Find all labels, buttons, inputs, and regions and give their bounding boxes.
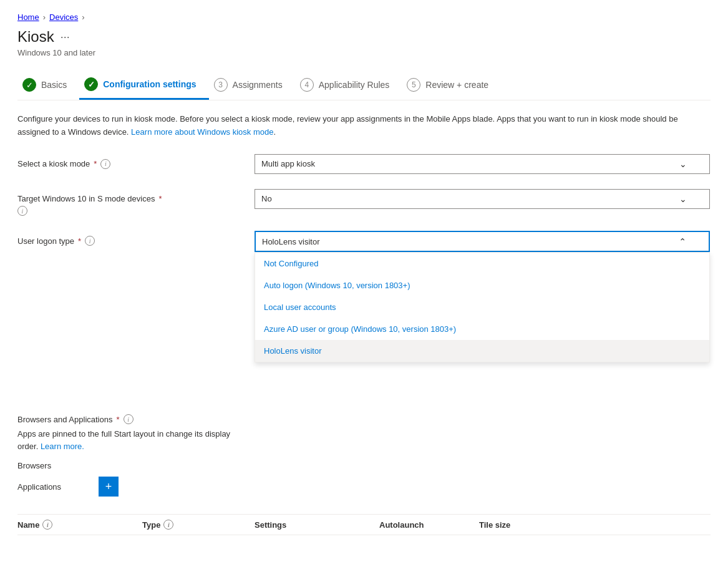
col-tilesize: Tile size [479, 520, 510, 530]
breadcrumb-home[interactable]: Home [17, 12, 39, 22]
user-logon-field: User logon type * i HoloLens visitor ⌄ N… [17, 231, 711, 252]
kiosk-mode-required: * [94, 159, 97, 168]
step-review-label: Review + create [425, 80, 488, 90]
col-autolaunch-label: Autolaunch [379, 520, 424, 530]
page-description: Configure your devices to run in kiosk m… [17, 113, 691, 139]
user-logon-info-icon[interactable]: i [85, 236, 95, 246]
col-settings-label: Settings [255, 520, 286, 530]
wizard-step-configuration[interactable]: ✓ Configuration settings [79, 70, 208, 100]
browsers-row: Browsers [17, 461, 255, 470]
step-review-circle: 5 [407, 78, 420, 92]
col-settings: Settings [255, 520, 379, 530]
user-logon-option-hololens[interactable]: HoloLens visitor [255, 340, 709, 362]
user-logon-chevron-icon: ⌄ [679, 236, 686, 246]
col-type-label: Type [142, 520, 160, 530]
kiosk-mode-label: Select a kiosk mode [17, 159, 90, 168]
target-windows-dropdown[interactable]: No ⌄ [255, 189, 710, 209]
browsers-subsection: Browsers Applications + [17, 461, 255, 499]
main-page: Home › Devices › Kiosk ··· Windows 10 an… [0, 0, 728, 548]
page-title: Kiosk [17, 28, 54, 46]
target-windows-label-group: Target Windows 10 in S mode devices * i [17, 189, 255, 216]
step-applicability-circle: 4 [300, 78, 314, 92]
user-logon-value: HoloLens visitor [262, 237, 320, 246]
col-type: Type i [142, 520, 255, 530]
wizard-step-assignments[interactable]: 3 Assignments [209, 70, 295, 99]
wizard-step-applicability[interactable]: 4 Applicability Rules [295, 70, 402, 99]
browsers-apps-desc-text1: Apps are pinned to the full Start layout… [17, 429, 163, 439]
col-name-info-icon[interactable]: i [42, 520, 52, 530]
target-windows-value: No [261, 194, 272, 203]
breadcrumb-devices[interactable]: Devices [49, 12, 78, 22]
browsers-apps-info-icon[interactable]: i [124, 414, 133, 424]
kiosk-mode-field: Select a kiosk mode * i Multi app kiosk … [17, 154, 711, 174]
user-logon-label: User logon type [17, 236, 74, 246]
user-logon-option-local-user[interactable]: Local user accounts [255, 296, 709, 318]
kiosk-mode-label-group: Select a kiosk mode * i [17, 154, 255, 169]
step-config-label: Configuration settings [103, 79, 196, 89]
plus-icon: + [105, 480, 112, 493]
checkmark-icon-2: ✓ [88, 80, 95, 89]
target-windows-label-row: Target Windows 10 in S mode devices * [17, 194, 162, 203]
step-assignments-label: Assignments [233, 80, 283, 90]
kiosk-mode-value: Multi app kiosk [261, 159, 315, 168]
browsers-apps-label-row: Browsers and Applications * i [17, 414, 255, 424]
wizard-step-basics[interactable]: ✓ Basics [17, 70, 79, 99]
add-application-button[interactable]: + [99, 477, 119, 497]
page-options-menu[interactable]: ··· [61, 31, 70, 44]
target-windows-label-stack: Target Windows 10 in S mode devices * i [17, 194, 162, 216]
browsers-apps-label-group: Browsers and Applications * i Apps are p… [17, 414, 255, 499]
step-applicability-label: Applicability Rules [319, 80, 390, 90]
breadcrumb-sep2: › [82, 12, 84, 22]
applications-row: Applications + [17, 477, 255, 497]
user-logon-label-group: User logon type * i [17, 231, 255, 246]
target-windows-info-row: i [17, 206, 162, 216]
user-logon-option-auto-logon[interactable]: Auto logon (Windows 10, version 1803+) [255, 274, 709, 296]
browsers-label: Browsers [17, 461, 99, 470]
page-header: Kiosk ··· [17, 28, 711, 46]
step-basics-circle: ✓ [22, 78, 36, 92]
browsers-apps-description: Apps are pinned to the full Start layout… [17, 428, 248, 452]
browsers-apps-field: Browsers and Applications * i Apps are p… [17, 414, 711, 499]
user-logon-control: HoloLens visitor ⌄ Not Configured Auto l… [255, 231, 710, 252]
applications-label: Applications [17, 482, 99, 492]
kiosk-mode-control: Multi app kiosk ⌄ [255, 154, 710, 174]
user-logon-option-azure-ad[interactable]: Azure AD user or group (Windows 10, vers… [255, 318, 709, 340]
browsers-apps-label: Browsers and Applications [17, 415, 112, 424]
kiosk-mode-chevron-icon: ⌄ [679, 159, 687, 169]
description-period: . [273, 127, 276, 137]
col-autolaunch: Autolaunch [379, 520, 479, 530]
browsers-apps-required: * [116, 415, 119, 424]
target-windows-field: Target Windows 10 in S mode devices * i … [17, 189, 711, 216]
breadcrumb: Home › Devices › [17, 12, 711, 22]
step-basics-label: Basics [41, 80, 67, 90]
breadcrumb-sep1: › [43, 12, 46, 22]
col-name: Name i [17, 520, 142, 530]
target-windows-chevron-icon: ⌄ [679, 194, 687, 204]
description-text: Configure your devices to run in kiosk m… [17, 114, 678, 137]
col-type-info-icon[interactable]: i [163, 520, 173, 530]
kiosk-mode-info-icon[interactable]: i [100, 159, 110, 169]
col-tilesize-label: Tile size [479, 520, 510, 530]
step-config-circle: ✓ [84, 77, 98, 91]
checkmark-icon: ✓ [26, 80, 33, 90]
table-header: Name i Type i Settings Autolaunch Tile s… [17, 514, 711, 535]
page-subtitle: Windows 10 and later [17, 48, 711, 57]
learn-more-link[interactable]: Learn more about Windows kiosk mode [131, 127, 273, 137]
target-windows-required: * [158, 194, 162, 203]
target-windows-label: Target Windows 10 in S mode devices [17, 194, 155, 203]
col-name-label: Name [17, 520, 39, 530]
wizard-step-review[interactable]: 5 Review + create [402, 70, 501, 99]
browsers-apps-learn-more[interactable]: Learn more. [41, 442, 84, 451]
user-logon-required: * [78, 236, 81, 246]
user-logon-dropdown[interactable]: HoloLens visitor ⌄ [255, 231, 710, 252]
kiosk-mode-dropdown[interactable]: Multi app kiosk ⌄ [255, 154, 710, 174]
target-windows-control: No ⌄ [255, 189, 710, 209]
wizard-steps: ✓ Basics ✓ Configuration settings 3 Assi… [17, 70, 711, 100]
user-logon-dropdown-menu: Not Configured Auto logon (Windows 10, v… [255, 252, 710, 362]
user-logon-option-not-configured[interactable]: Not Configured [255, 253, 709, 274]
step-assignments-circle: 3 [214, 78, 228, 92]
target-windows-info-icon[interactable]: i [17, 206, 27, 216]
